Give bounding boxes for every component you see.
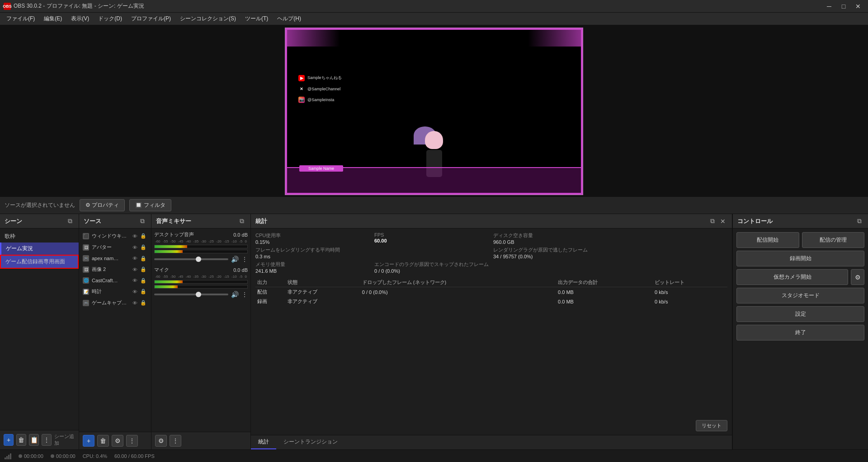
exit-button[interactable]: 終了 bbox=[736, 325, 864, 341]
stats-grid: CPU使用率 0.15% FPS 60.00 ディスク空き容量 960.0 GB… bbox=[255, 232, 727, 274]
source-more-button[interactable]: ⋮ bbox=[126, 435, 138, 447]
audio-more-button[interactable]: ⋮ bbox=[170, 435, 181, 447]
menu-item-d[interactable]: ドック(D) bbox=[94, 13, 127, 24]
delete-source-button[interactable]: 🗑 bbox=[97, 435, 109, 447]
source-lock-6[interactable]: 🔒 bbox=[139, 300, 147, 306]
close-button[interactable]: ✕ bbox=[852, 2, 864, 11]
source-lock-1[interactable]: 🔒 bbox=[139, 244, 147, 250]
controls-list: 配信開始 配信の管理 録画開始 仮想カメラ開始 ⚙ スタジオモード 設定 終了 bbox=[733, 229, 868, 449]
stream-time-indicator: 00:00:00 bbox=[19, 453, 43, 459]
source-lock-0[interactable]: 🔒 bbox=[139, 233, 147, 239]
source-eye-4[interactable]: 👁 bbox=[132, 278, 138, 284]
source-eye-3[interactable]: 👁 bbox=[132, 266, 138, 272]
audio-more-1[interactable]: ⋮ bbox=[241, 291, 248, 298]
stat-cpu: CPU使用率 0.15% bbox=[255, 232, 371, 245]
source-eye-1[interactable]: 👁 bbox=[132, 244, 138, 250]
audio-panel-expand-btn[interactable]: ⧉ bbox=[238, 216, 246, 226]
source-item-6[interactable]: 🎮ゲームキャプ…👁🔒 bbox=[79, 297, 151, 308]
delete-scene-button[interactable]: 🗑 bbox=[16, 434, 26, 446]
start-stream-button[interactable]: 配信開始 bbox=[736, 232, 799, 248]
source-item-0[interactable]: ⬛ウィンドウキャ…👁🔒 bbox=[79, 230, 151, 242]
manage-stream-button[interactable]: 配信の管理 bbox=[802, 232, 865, 248]
source-item-1[interactable]: 🖼アバター👁🔒 bbox=[79, 242, 151, 253]
source-icon-1: 🖼 bbox=[83, 244, 89, 251]
menu-item-f[interactable]: ファイル(F) bbox=[2, 13, 39, 24]
source-name-4: CastCraft… bbox=[92, 278, 129, 283]
menu-item-e[interactable]: 編集(E) bbox=[39, 13, 66, 24]
source-icon-5: 📝 bbox=[83, 289, 89, 295]
source-status-text: ソースが選択されていません bbox=[5, 201, 75, 209]
source-name-0: ウィンドウキャ… bbox=[92, 233, 129, 239]
source-name-5: 時計 bbox=[92, 288, 129, 295]
stats-expand-btn[interactable]: ⧉ bbox=[708, 216, 717, 226]
source-eye-2[interactable]: 👁 bbox=[132, 256, 138, 261]
virtual-camera-button[interactable]: 仮想カメラ開始 bbox=[736, 269, 848, 285]
studio-mode-button[interactable]: スタジオモード bbox=[736, 288, 864, 303]
duplicate-scene-button[interactable]: 📋 bbox=[29, 434, 39, 446]
source-panel-expand-btn[interactable]: ⧉ bbox=[138, 216, 146, 226]
stats-tab-0[interactable]: 統計 bbox=[251, 435, 276, 449]
cpu-usage: CPU: 0.4% bbox=[83, 453, 107, 459]
audio-mute-1[interactable]: 🔊 bbox=[231, 291, 239, 298]
audio-mute-0[interactable]: 🔊 bbox=[231, 256, 239, 263]
source-item-3[interactable]: 🖼画像 2👁🔒 bbox=[79, 264, 151, 275]
stats-tab-1[interactable]: シーントランジション bbox=[276, 435, 345, 449]
scene-item-2[interactable]: ゲーム配信録画専用画面 bbox=[0, 255, 79, 269]
audio-panel-title: 音声ミキサー bbox=[156, 217, 191, 225]
properties-button[interactable]: ⚙ プロパティ bbox=[80, 199, 125, 211]
record-time: 00:00:00 bbox=[56, 453, 75, 459]
signal-bar-3 bbox=[8, 455, 9, 459]
source-eye-5[interactable]: 👁 bbox=[132, 289, 138, 294]
controls-expand-btn[interactable]: ⧉ bbox=[855, 216, 863, 226]
audio-ch-name-1: マイク bbox=[154, 266, 169, 273]
stream-time: 00:00:00 bbox=[24, 453, 43, 459]
stat-avg-render-label: フレームをレンダリングする平均時間 bbox=[255, 247, 490, 253]
source-eye-6[interactable]: 👁 bbox=[132, 300, 138, 306]
menu-item-p[interactable]: プロファイル(P) bbox=[127, 13, 175, 24]
source-item-5[interactable]: 📝時計👁🔒 bbox=[79, 286, 151, 297]
audio-more-0[interactable]: ⋮ bbox=[241, 256, 248, 263]
scene-more-button[interactable]: ⋮ bbox=[42, 434, 52, 446]
audio-slider-1[interactable] bbox=[154, 294, 228, 295]
source-lock-2[interactable]: 🔒 bbox=[139, 256, 147, 261]
menu-item-t[interactable]: ツール(T) bbox=[241, 13, 273, 24]
social-ig-handle: @SampleInsta bbox=[307, 98, 334, 102]
menu-item-s[interactable]: シーンコレクション(S) bbox=[175, 13, 241, 24]
scene-item-0[interactable]: 歌枠 bbox=[0, 230, 79, 243]
add-scene-button[interactable]: + bbox=[4, 434, 14, 446]
reset-stats-button[interactable]: リセット bbox=[696, 420, 727, 431]
source-lock-5[interactable]: 🔒 bbox=[139, 289, 147, 294]
menu-item-v[interactable]: 表示(V) bbox=[66, 13, 94, 24]
source-icon-6: 🎮 bbox=[83, 300, 89, 306]
filter-button[interactable]: 🔲 フィルタ bbox=[129, 199, 171, 211]
scene-panel-expand-btn[interactable]: ⧉ bbox=[66, 216, 74, 226]
social-tw-handle: @SampleChannel bbox=[307, 87, 340, 91]
source-settings-button[interactable]: ⚙ bbox=[112, 435, 123, 447]
source-item-4[interactable]: 🌐CastCraft…👁🔒 bbox=[79, 275, 151, 286]
virtual-camera-settings-button[interactable]: ⚙ bbox=[851, 269, 864, 285]
add-source-button[interactable]: + bbox=[83, 435, 94, 447]
preview-name-tag: Sample Name bbox=[299, 165, 343, 172]
scene-item-1[interactable]: ゲーム実況 bbox=[0, 243, 79, 255]
stats-col-bitrate: ビットレート bbox=[653, 278, 727, 287]
menu-item-h[interactable]: ヘルプ(H) bbox=[273, 13, 306, 24]
audio-list: デスクトップ音声0.0 dB-60-55-50-45-40-35-30-25-2… bbox=[151, 229, 250, 432]
minimize-button[interactable]: ─ bbox=[823, 2, 835, 11]
maximize-button[interactable]: □ bbox=[837, 2, 850, 11]
source-lock-4[interactable]: 🔒 bbox=[139, 278, 147, 284]
audio-slider-0[interactable] bbox=[154, 258, 228, 260]
audio-ch-name-0: デスクトップ音声 bbox=[154, 231, 194, 238]
source-item-2[interactable]: 🎮apex nam…👁🔒 bbox=[79, 253, 151, 264]
stats-tabs: 統計シーントランジション bbox=[251, 435, 732, 449]
settings-button[interactable]: 設定 bbox=[736, 306, 864, 322]
scene-list: 歌枠ゲーム実況ゲーム配信録画専用画面 bbox=[0, 229, 79, 430]
source-icon-0: ⬛ bbox=[83, 233, 89, 239]
stat-render-lag: レンダリングラグが原因で逃したフレーム 34 / 95757 (0.0%) bbox=[493, 247, 727, 259]
start-record-button[interactable]: 録画開始 bbox=[736, 251, 864, 266]
audio-meter-bar2-0 bbox=[154, 250, 248, 253]
audio-settings-button[interactable]: ⚙ bbox=[155, 435, 167, 447]
source-lock-3[interactable]: 🔒 bbox=[139, 266, 147, 272]
stat-cpu-value: 0.15% bbox=[255, 239, 371, 245]
stats-close-btn[interactable]: ✕ bbox=[718, 216, 727, 226]
source-eye-0[interactable]: 👁 bbox=[132, 233, 138, 239]
